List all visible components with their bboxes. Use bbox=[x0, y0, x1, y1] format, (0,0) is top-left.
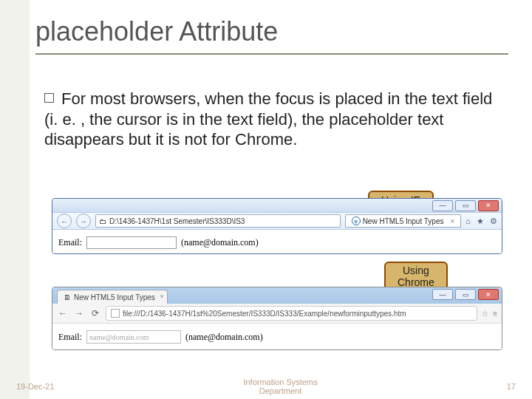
ie-email-input[interactable] bbox=[86, 236, 177, 249]
menu-icon[interactable]: ≡ bbox=[493, 310, 497, 318]
email-label: Email: bbox=[58, 332, 82, 343]
tab-close-icon[interactable]: × bbox=[451, 217, 455, 225]
title-underline bbox=[35, 53, 508, 55]
close-icon[interactable]: ✕ bbox=[478, 289, 499, 300]
page-icon: 🗎 bbox=[64, 293, 71, 301]
close-icon[interactable]: ✕ bbox=[478, 200, 499, 211]
minimize-icon[interactable]: — bbox=[432, 200, 453, 211]
reload-icon[interactable]: ⟳ bbox=[89, 307, 101, 319]
back-icon[interactable]: ← bbox=[57, 307, 69, 319]
tab-close-icon[interactable]: × bbox=[160, 293, 164, 300]
ie-url-field[interactable]: 🗀 D:\1436-1437H\1st Semester\IS333D\IS3 bbox=[95, 214, 341, 228]
folder-icon: 🗀 bbox=[99, 217, 106, 225]
left-accent-bar bbox=[0, 0, 30, 399]
bullet-icon bbox=[44, 93, 54, 103]
email-hint: (name@domain.com) bbox=[185, 332, 263, 343]
ie-url-text: D:\1436-1437H\1st Semester\IS333D\IS3 bbox=[109, 217, 245, 225]
ie-address-bar: ← → 🗀 D:\1436-1437H\1st Semester\IS333D\… bbox=[52, 213, 502, 230]
minimize-icon[interactable]: — bbox=[432, 289, 453, 300]
forward-icon[interactable]: → bbox=[73, 307, 85, 319]
ie-toolbar-right: ⌂ ★ ⚙ bbox=[466, 216, 497, 226]
chrome-tab-title: New HTML5 Input Types bbox=[74, 293, 155, 301]
favorites-icon[interactable]: ★ bbox=[477, 216, 484, 226]
chrome-toolbar: ← → ⟳ file:///D:/1436-1437H/1st%20Semest… bbox=[52, 304, 502, 324]
ie-titlebar: — ▭ ✕ bbox=[52, 199, 502, 213]
maximize-icon[interactable]: ▭ bbox=[455, 289, 476, 300]
chrome-window: 🗎 New HTML5 Input Types × — ▭ ✕ ← → ⟳ fi… bbox=[52, 287, 502, 350]
ie-window: — ▭ ✕ ← → 🗀 D:\1436-1437H\1st Semester\I… bbox=[52, 198, 502, 254]
home-icon[interactable]: ⌂ bbox=[466, 216, 471, 225]
ie-tab[interactable]: e New HTML5 Input Types × bbox=[345, 214, 462, 228]
footer-date: 19-Dec-21 bbox=[16, 382, 54, 391]
tools-icon[interactable]: ⚙ bbox=[490, 216, 497, 226]
slide-title: placeholder Attribute bbox=[35, 16, 278, 47]
chrome-email-input[interactable]: name@domain.com bbox=[86, 330, 181, 344]
chrome-tabstrip: 🗎 New HTML5 Input Types × — ▭ ✕ bbox=[52, 287, 502, 304]
body-text: For most browsers, when the focus is pla… bbox=[44, 89, 495, 150]
ie-logo-icon: e bbox=[352, 216, 361, 225]
ie-tab-title: New HTML5 Input Types bbox=[363, 217, 444, 225]
email-label: Email: bbox=[58, 237, 82, 248]
maximize-icon[interactable]: ▭ bbox=[455, 200, 476, 211]
file-icon bbox=[111, 309, 120, 318]
footer-department: Information SystemsDepartment bbox=[243, 378, 317, 395]
forward-icon[interactable]: → bbox=[76, 214, 91, 228]
slide-footer: 19-Dec-21 Information SystemsDepartment … bbox=[0, 374, 532, 399]
chrome-url-text: file:///D:/1436-1437H/1st%20Semester/IS3… bbox=[123, 310, 406, 318]
back-icon[interactable]: ← bbox=[57, 214, 72, 228]
ie-page-content: Email: (name@domain.com) bbox=[52, 230, 502, 254]
chrome-url-field[interactable]: file:///D:/1436-1437H/1st%20Semester/IS3… bbox=[106, 306, 477, 321]
email-hint: (name@domain.com) bbox=[181, 237, 259, 248]
chrome-page-content: Email: name@domain.com (name@domain.com) bbox=[52, 324, 502, 350]
footer-page-number: 17 bbox=[507, 382, 516, 391]
bullet-text: For most browsers, when the focus is pla… bbox=[44, 89, 492, 149]
chrome-tab[interactable]: 🗎 New HTML5 Input Types × bbox=[57, 290, 168, 304]
bookmark-icon[interactable]: ☆ bbox=[482, 310, 488, 318]
